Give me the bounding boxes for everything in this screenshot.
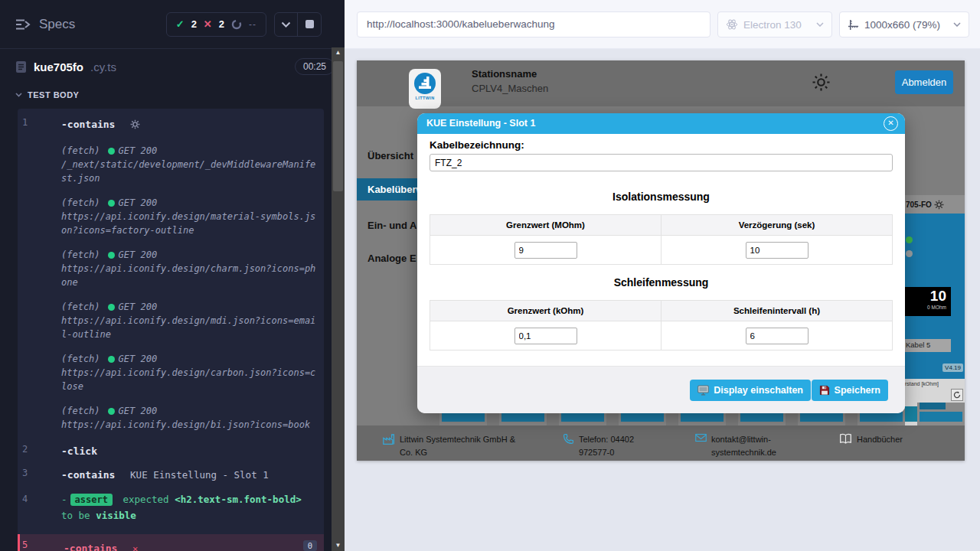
fetch-log-entry[interactable]: (fetch)GET 200 https://api.iconify.desig… xyxy=(18,192,324,241)
scroll-up-icon[interactable]: ▲ xyxy=(332,47,345,58)
scrollbar-thumb[interactable] xyxy=(333,61,343,191)
footer-manuals-link[interactable]: Handbücher xyxy=(839,433,903,446)
status-dot-icon xyxy=(108,252,115,259)
status-dot-icon xyxy=(108,356,115,363)
command-row-assert[interactable]: 4 -assert expected <h2.text-sm.font-bold… xyxy=(18,486,324,530)
aut-toolbar: http://localhost:3000/kabelueberwachung … xyxy=(345,0,980,49)
table-cell xyxy=(430,236,662,265)
fetch-status: GET 200 xyxy=(119,144,158,158)
app-footer: Littwin Systemtechnik GmbH & Co. KG Tele… xyxy=(357,425,965,461)
sidebar-item-analoge-eingaenge[interactable]: Analoge Ei xyxy=(368,253,416,264)
command-row-contains-3[interactable]: 3 -contains KUE Einstellung - Slot 1 xyxy=(18,462,324,486)
assert-text: expected xyxy=(122,494,168,505)
isolation-delay-input[interactable] xyxy=(746,242,808,259)
main-area: http://localhost:3000/kabelueberwachung … xyxy=(345,0,980,551)
viewport-select[interactable]: 1000x660 (79%) xyxy=(839,11,969,37)
command-log: 1 -contains (fetch)GET 200 /_next/static… xyxy=(18,109,324,551)
isolation-section-title: Isolationsmessung xyxy=(417,191,905,203)
fetch-log-entry[interactable]: (fetch)GET 200 https://api.iconify.desig… xyxy=(18,348,324,397)
settings-gear-icon[interactable] xyxy=(812,73,831,95)
display-on-label: Display einschalten xyxy=(714,385,803,396)
fetch-log-entry[interactable]: (fetch)GET 200 /_next/static/development… xyxy=(18,140,324,189)
table-cell xyxy=(430,321,662,350)
fetch-log-entry[interactable]: (fetch)GET 200 https://api.iconify.desig… xyxy=(18,296,324,345)
ruler-icon xyxy=(848,19,859,31)
retry-count-badge: 0 xyxy=(303,540,317,551)
green-status-dot xyxy=(906,236,913,243)
chevron-down-icon xyxy=(816,22,824,27)
failed-icon: ✕ xyxy=(204,18,212,30)
test-stats[interactable]: ✓ 2 ✕ 2 -- xyxy=(166,12,266,37)
spec-file-row[interactable]: kue705fo.cy.ts 00:25 xyxy=(0,49,345,84)
assert-expected-state: visible xyxy=(96,510,136,521)
card-bottom xyxy=(917,403,965,425)
loop-section-title: Schleifenmessung xyxy=(417,276,905,289)
scroll-down-icon[interactable]: ▼ xyxy=(332,540,345,551)
pending-count: -- xyxy=(249,19,256,30)
spec-timer-badge: 00:25 xyxy=(295,58,335,75)
littwin-logo: LITTWIN xyxy=(409,69,441,109)
kue-settings-modal: KUE Einstellung - Slot 1 ✕ Kabelbezeichn… xyxy=(417,113,905,413)
spec-name: kue705fo xyxy=(34,60,83,73)
littwin-logo-icon xyxy=(413,72,436,95)
specs-list-icon xyxy=(15,18,31,31)
table-cell xyxy=(662,236,893,265)
modal-header: KUE Einstellung - Slot 1 ✕ xyxy=(417,113,905,134)
loop-limit-input[interactable] xyxy=(514,328,577,344)
status-dot-icon xyxy=(108,200,115,207)
test-body-header[interactable]: TEST BODY xyxy=(0,84,345,106)
command-number: 3 xyxy=(22,468,53,478)
sidebar-item-ein-und-ausgaenge[interactable]: Ein- und Au xyxy=(368,220,416,231)
loop-interval-input[interactable] xyxy=(746,328,808,344)
command-options-gear-icon[interactable] xyxy=(130,118,140,132)
gray-status-dot xyxy=(906,250,913,257)
fetch-log-entry[interactable]: (fetch)GET 200 https://api.iconify.desig… xyxy=(18,400,324,435)
manuals-label: Handbücher xyxy=(857,433,903,446)
collapse-button[interactable] xyxy=(275,13,298,36)
logout-button[interactable]: Abmelden xyxy=(895,70,953,94)
url-input[interactable]: http://localhost:3000/kabelueberwachung xyxy=(357,11,710,37)
refresh-icon[interactable] xyxy=(951,389,963,401)
command-name: -contains xyxy=(61,469,115,481)
cable-name-strip: Kabel 5 xyxy=(903,339,951,352)
phone-icon xyxy=(563,433,574,445)
fetch-url: https://api.iconify.design/material-symb… xyxy=(61,210,316,237)
specs-toggle[interactable]: Specs xyxy=(15,17,75,32)
fetch-url: https://api.iconify.design/carbon.json?i… xyxy=(61,366,316,393)
status-dot-icon xyxy=(108,304,115,311)
test-body-label: TEST BODY xyxy=(28,90,79,99)
command-row-click[interactable]: 2 -click xyxy=(18,439,324,462)
sidebar-item-kabelueberwachung[interactable]: Kabelüberw xyxy=(357,178,417,201)
close-icon[interactable]: ✕ xyxy=(884,116,898,131)
command-row-contains-failed[interactable]: 5 -contains ✕ 0 xyxy=(18,534,324,551)
status-dot-icon xyxy=(108,408,115,415)
station-name-label: Stationsname xyxy=(472,68,537,80)
kue-card-partial: 705-FO 10 0 MOhm Kabel 5 V4.19 rstand [k… xyxy=(903,195,965,425)
station-name-value: CPLV4_Maschen xyxy=(472,83,548,94)
browser-select[interactable]: Electron 130 xyxy=(717,11,832,37)
sidebar-item-uebersicht[interactable]: Übersicht xyxy=(368,150,416,161)
column-header: Grenzwert (kOhm) xyxy=(430,301,662,321)
stop-button[interactable] xyxy=(298,13,321,36)
status-dot-icon xyxy=(108,148,115,155)
littwin-brand-text: LITTWIN xyxy=(415,96,434,100)
fetch-log-entry[interactable]: (fetch)GET 200 https://api.iconify.desig… xyxy=(18,244,324,293)
fail-x-icon: ✕ xyxy=(132,543,138,551)
assert-dash: - xyxy=(61,494,67,505)
card-gear-icon[interactable] xyxy=(934,200,944,210)
monitor-icon xyxy=(697,385,709,396)
command-row-contains-1[interactable]: 1 -contains xyxy=(18,112,324,137)
passed-icon: ✓ xyxy=(176,18,185,30)
reporter-scrollbar[interactable]: ▲ ▼ xyxy=(332,47,345,551)
footer-phone: Telefon: 04402 972577-0 xyxy=(563,433,655,458)
section-chevron-icon xyxy=(15,93,22,97)
isolation-limit-input[interactable] xyxy=(514,242,577,259)
display-on-button[interactable]: Display einschalten xyxy=(690,380,811,401)
modal-footer: Display einschalten Speichern xyxy=(417,366,905,413)
specs-title: Specs xyxy=(39,17,75,32)
phone-number: Telefon: 04402 972577-0 xyxy=(579,433,655,458)
cable-designation-input[interactable] xyxy=(430,154,893,171)
viewport-label: 1000x660 (79%) xyxy=(864,19,940,31)
fetch-status: GET 200 xyxy=(119,196,158,210)
save-button[interactable]: Speichern xyxy=(812,380,888,401)
